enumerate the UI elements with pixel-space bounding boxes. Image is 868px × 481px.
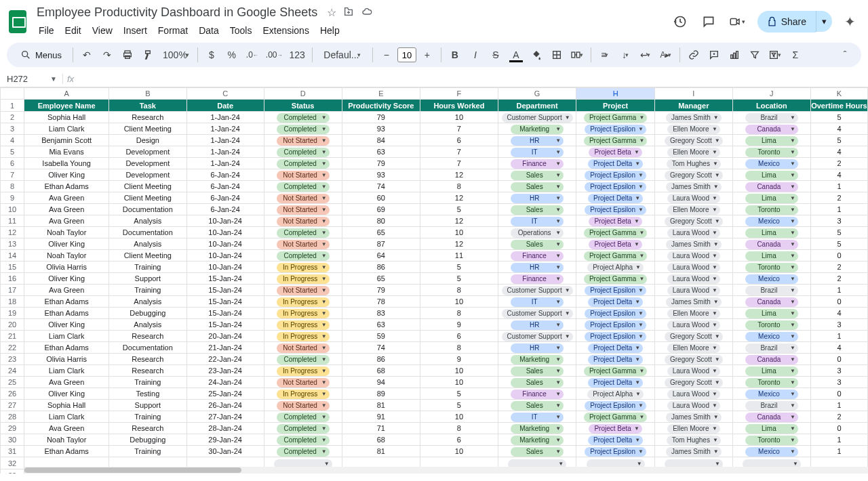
chip[interactable]: Project Gamma▼ <box>584 413 647 422</box>
chip[interactable]: Project Epsilon▼ <box>585 332 646 341</box>
chip[interactable]: Project Epsilon▼ <box>585 309 646 318</box>
chip[interactable]: Finance▼ <box>511 159 564 169</box>
menu-insert[interactable]: Insert <box>119 22 152 39</box>
chip[interactable]: In Progress▼ <box>277 367 330 376</box>
chip[interactable]: Project Epsilon▼ <box>585 286 646 295</box>
chip[interactable]: Not Started▼ <box>277 217 330 226</box>
chip[interactable]: HR▼ <box>511 263 564 272</box>
header-cell[interactable]: Hours Worked <box>420 100 498 112</box>
chip[interactable]: In Progress▼ <box>277 320 330 330</box>
menu-tools[interactable]: Tools <box>225 22 257 39</box>
chip[interactable]: Lima▼ <box>745 309 798 318</box>
chip[interactable]: Tom Hughes▼ <box>667 159 721 169</box>
chip[interactable]: Gregory Scott▼ <box>665 136 723 146</box>
chip[interactable]: James Smith▼ <box>666 240 722 249</box>
menu-help[interactable]: Help <box>315 22 344 39</box>
borders-button[interactable] <box>547 45 566 64</box>
chip[interactable]: Not Started▼ <box>277 171 330 180</box>
chip[interactable]: Laura Wood▼ <box>667 274 720 284</box>
col-header-A[interactable]: A <box>24 88 109 100</box>
h-align-button[interactable]: ≡▾ <box>595 45 614 64</box>
chip[interactable]: Project Alpha▼ <box>587 263 644 272</box>
chip[interactable]: Gregory Scott▼ <box>665 378 723 388</box>
row-header-13[interactable]: 13 <box>1 238 24 250</box>
chip[interactable]: Not Started▼ <box>277 343 330 353</box>
row-header-6[interactable]: 6 <box>1 158 24 169</box>
chip[interactable]: Ellen Moore▼ <box>667 205 720 215</box>
chip[interactable]: Project Epsilon▼ <box>585 125 646 134</box>
chip[interactable]: Canada▼ <box>745 413 798 422</box>
row-header-9[interactable]: 9 <box>1 192 24 204</box>
chip[interactable]: HR▼ <box>511 320 564 330</box>
currency-button[interactable]: $ <box>202 45 221 64</box>
chip[interactable]: Finance▼ <box>511 251 564 261</box>
row-header-26[interactable]: 26 <box>1 388 24 400</box>
chip[interactable]: In Progress▼ <box>277 274 330 284</box>
fill-color-button[interactable] <box>527 45 546 64</box>
chip[interactable]: Laura Wood▼ <box>667 251 720 261</box>
chip[interactable]: Marketing▼ <box>511 125 564 134</box>
chip[interactable]: Project Alpha▼ <box>587 390 644 399</box>
chip[interactable]: Completed▼ <box>277 251 330 261</box>
chip[interactable]: Mexico▼ <box>745 390 798 399</box>
chip[interactable]: Laura Wood▼ <box>667 194 720 203</box>
col-header-H[interactable]: H <box>576 88 654 100</box>
chip[interactable]: Sales▼ <box>511 378 564 388</box>
chip[interactable]: Lima▼ <box>745 424 798 434</box>
increase-font-button[interactable]: + <box>418 45 437 64</box>
percent-button[interactable]: % <box>222 45 241 64</box>
chip[interactable]: IT▼ <box>511 297 564 307</box>
chip[interactable]: Project Beta▼ <box>589 148 642 157</box>
bold-button[interactable]: B <box>446 45 465 64</box>
chip[interactable]: Sales▼ <box>511 205 564 215</box>
chip[interactable]: Marketing▼ <box>511 436 564 445</box>
share-caret[interactable]: ▾ <box>816 11 832 32</box>
chip[interactable]: Mexico▼ <box>745 217 798 226</box>
formula-bar[interactable] <box>78 74 868 84</box>
menu-extensions[interactable]: Extensions <box>258 22 313 39</box>
chip[interactable]: HR▼ <box>511 194 564 203</box>
chip[interactable]: Completed▼ <box>277 113 330 123</box>
chip[interactable]: Mexico▼ <box>745 159 798 169</box>
share-button[interactable]: Share <box>757 11 816 33</box>
row-header-8[interactable]: 8 <box>1 181 24 192</box>
row-header-15[interactable]: 15 <box>1 262 24 273</box>
chip[interactable]: James Smith▼ <box>666 413 722 422</box>
row-header-28[interactable]: 28 <box>1 411 24 423</box>
chip[interactable]: Laura Wood▼ <box>667 367 720 376</box>
chip[interactable]: Laura Wood▼ <box>667 263 720 272</box>
header-cell[interactable]: Date <box>186 100 264 112</box>
chip[interactable]: Sales▼ <box>511 401 564 411</box>
chip[interactable]: Project Delta▼ <box>588 436 643 445</box>
chip[interactable]: Lima▼ <box>745 251 798 261</box>
cloud-status-icon[interactable] <box>361 6 373 19</box>
v-align-button[interactable]: ↓▾ <box>616 45 635 64</box>
chip[interactable]: Laura Wood▼ <box>667 320 720 330</box>
col-header-D[interactable]: D <box>264 88 342 100</box>
move-icon[interactable] <box>343 6 354 19</box>
chip[interactable]: Not Started▼ <box>277 286 330 295</box>
row-header-5[interactable]: 5 <box>1 146 24 158</box>
chip[interactable]: Completed▼ <box>277 159 330 169</box>
col-header-E[interactable]: E <box>342 88 420 100</box>
chip[interactable]: Finance▼ <box>511 390 564 399</box>
header-cell[interactable]: Manager <box>654 100 732 112</box>
chip[interactable]: HR▼ <box>511 136 564 146</box>
row-header-11[interactable]: 11 <box>1 215 24 227</box>
row-header-3[interactable]: 3 <box>1 123 24 135</box>
chip[interactable]: Sales▼ <box>511 367 564 376</box>
chip[interactable]: Sales▼ <box>511 240 564 249</box>
row-header-22[interactable]: 22 <box>1 342 24 354</box>
name-box-caret[interactable]: ▼ <box>45 75 62 83</box>
menu-edit[interactable]: Edit <box>60 22 86 39</box>
chip[interactable]: Laura Wood▼ <box>667 228 720 238</box>
chip[interactable]: Mexico▼ <box>745 274 798 284</box>
menus-search[interactable]: Menus <box>14 47 68 63</box>
col-header-B[interactable]: B <box>108 88 186 100</box>
chart-button[interactable] <box>725 45 744 64</box>
chip[interactable]: Project Epsilon▼ <box>585 401 646 411</box>
row-header-7[interactable]: 7 <box>1 169 24 181</box>
chip[interactable]: Tom Hughes▼ <box>667 436 721 445</box>
paint-format-button[interactable] <box>138 45 157 64</box>
chip[interactable]: Project Delta▼ <box>588 378 643 388</box>
